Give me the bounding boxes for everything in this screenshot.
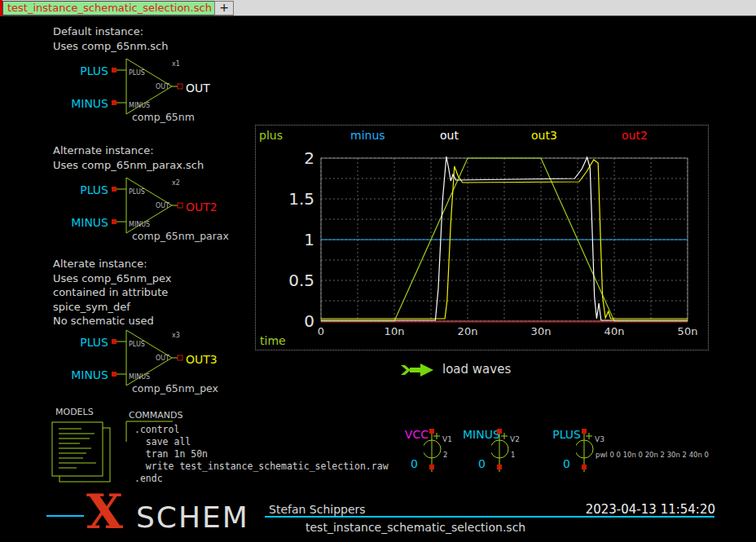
plus-pin-square: [112, 339, 116, 344]
out-pin-square: [178, 203, 182, 208]
plus-sign-icon: [586, 433, 592, 439]
waveform-graph[interactable]: time plusminusoutout3out200.511.52010n20…: [255, 125, 709, 350]
plus-sign-icon: [501, 433, 508, 439]
plus-pin-square: [112, 187, 116, 192]
net-label-minus: MINUS: [49, 216, 108, 229]
symbol-name: comp_65nm: [132, 111, 195, 123]
legend-out[interactable]: out: [440, 129, 459, 142]
symbol-name: comp_65nm_pex: [132, 382, 218, 394]
pin-label-out: OUT: [156, 355, 169, 362]
xschem-logo-text: SCHEM: [136, 503, 249, 532]
title-block-line: [46, 515, 84, 517]
source-value: 1: [511, 451, 515, 459]
net-label-minus: MINUS: [49, 368, 108, 381]
comparator-instance[interactable]: PLUS MINUS OUT x3 PLUS MINUS OUT3 comp_6…: [81, 327, 269, 408]
y-tick-label: 0.5: [264, 271, 314, 290]
net-label-out: OUT3: [186, 353, 218, 366]
xschem-window: { "window": { "tab_title": "test_instanc…: [0, 0, 756, 542]
source-value: 2: [443, 451, 447, 459]
pin-label-out: OUT: [156, 202, 169, 209]
models-icon[interactable]: [51, 419, 120, 488]
x-tick-label: 40n: [596, 325, 632, 337]
net-label-plus: PLUS: [49, 183, 108, 196]
y-tick-label: 1: [264, 230, 314, 249]
voltage-source-symbol: [576, 427, 594, 474]
pin-label-plus: PLUS: [129, 188, 145, 196]
schematic-filename: test_instance_schematic_selection.sch: [305, 521, 525, 534]
source-top-pin: [497, 429, 502, 434]
gnd-label: 0: [408, 457, 418, 470]
plus-sign-icon: [433, 433, 440, 439]
source-ref: V2: [510, 435, 520, 443]
load-waves-arrow-icon[interactable]: [401, 363, 438, 377]
trace-out: [321, 156, 688, 320]
pin-label-minus: MINUS: [129, 373, 150, 381]
instance-ref: x3: [172, 332, 180, 339]
source-top-pin: [429, 429, 434, 434]
new-tab-button[interactable]: +: [214, 1, 234, 15]
author-name: Stefan Schippers: [269, 503, 366, 516]
note-text-block: Alterate instance:Uses comp_65nm_pexcont…: [53, 257, 171, 328]
x-tick-label: 20n: [450, 325, 486, 337]
source-ref: V3: [595, 435, 604, 443]
note-text-block: Default instance:Uses comp_65nm.sch: [53, 24, 168, 53]
voltage-source-symbol: [424, 427, 442, 474]
pin-label-plus: PLUS: [129, 69, 145, 77]
minus-pin-square: [112, 100, 116, 105]
net-label-minus: MINUS: [49, 97, 108, 110]
minus-pin-square: [112, 219, 116, 224]
legend-out3[interactable]: out3: [531, 129, 557, 142]
net-label-out: OUT2: [186, 200, 218, 214]
x-tick-label: 30n: [523, 325, 559, 337]
x-tick-label: 50n: [670, 325, 705, 337]
waveform-plot-area: [256, 126, 708, 350]
schematic-tab[interactable]: test_instance_schematic_selection.sch: [2, 1, 217, 15]
x-tick-label: 0: [303, 325, 339, 337]
comparator-instance[interactable]: PLUS MINUS OUT x2 PLUS MINUS OUT2 comp_6…: [81, 174, 269, 256]
voltage-source-instance[interactable]: PLUS V3 pwl 0 0 10n 0 20n 2 30n 2 40n 0 …: [547, 427, 710, 476]
voltage-source-symbol: [491, 427, 509, 474]
x-tick-label: 10n: [376, 325, 412, 337]
instance-ref: x2: [172, 179, 180, 187]
out-pin-square: [178, 84, 182, 89]
comparator-instance[interactable]: PLUS MINUS OUT x1 PLUS MINUS OUT comp_65…: [81, 55, 269, 137]
gnd-label: 0: [476, 457, 486, 470]
xschem-logo-x: X: [86, 490, 123, 534]
source-ref: V1: [442, 435, 452, 443]
timestamp: 2023-04-13 11:54:20: [585, 502, 715, 517]
source-bottom-pin: [429, 465, 434, 469]
title-block-underline: [265, 516, 714, 518]
source-value: pwl 0 0 10n 0 20n 2 30n 2 40n 0: [596, 451, 709, 459]
pin-label-out: OUT: [156, 83, 169, 90]
out-pin-square: [178, 355, 182, 360]
pin-label-minus: MINUS: [129, 221, 150, 228]
legend-out2[interactable]: out2: [622, 129, 648, 142]
y-tick-label: 2: [264, 148, 314, 168]
source-bottom-pin: [582, 465, 587, 469]
instance-ref: x1: [172, 60, 180, 68]
minus-pin-square: [112, 372, 116, 377]
tab-bar: test_instance_schematic_selection.sch +: [0, 0, 756, 16]
y-tick-label: 1.5: [264, 189, 314, 209]
pin-label-minus: MINUS: [129, 102, 150, 109]
load-waves-launcher[interactable]: load waves: [442, 362, 511, 377]
gnd-label: 0: [560, 457, 570, 470]
net-label-out: OUT: [186, 82, 210, 95]
source-bottom-pin: [497, 465, 502, 469]
spice-commands-text: .control save all tran 1n 50n write test…: [134, 424, 389, 485]
pin-label-plus: PLUS: [129, 341, 145, 348]
symbol-name: comp_65nm_parax: [132, 230, 229, 242]
source-top-pin: [582, 429, 587, 434]
note-text-block: Alternate instance:Uses comp_65nm_parax.…: [53, 143, 204, 172]
net-label-plus: PLUS: [49, 336, 108, 349]
net-label-plus: PLUS: [49, 64, 108, 77]
legend-minus[interactable]: minus: [350, 129, 385, 142]
plus-pin-square: [112, 68, 116, 73]
